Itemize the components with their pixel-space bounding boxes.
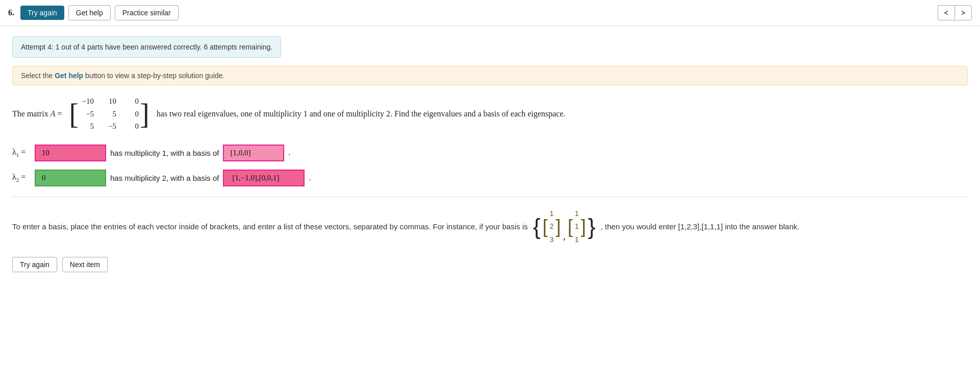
- hint-text1: To enter a basis, place the entries of e…: [12, 222, 528, 230]
- matrix-cell-20: 5: [80, 121, 94, 132]
- prev-arrow-button[interactable]: <: [938, 5, 954, 20]
- problem-prefix: The matrix A =: [12, 108, 62, 120]
- eigenvalue1-dot: .: [288, 148, 290, 157]
- hint-text2: , then you would enter [1,2,3],[1,1,1] i…: [600, 222, 799, 230]
- navigation-arrows: < >: [938, 5, 972, 20]
- eigenvalue1-row: λ1 = 10 has multiplicity 1, with a basis…: [12, 145, 968, 161]
- matrix-cell-02: 0: [124, 96, 139, 107]
- eigenvalue2-input[interactable]: 0: [35, 170, 106, 186]
- eigenvalue1-value: 10: [42, 149, 49, 157]
- help-suffix: button to view a step-by-step solution g…: [83, 72, 224, 80]
- help-banner: Select the Get help button to view a ste…: [12, 66, 968, 85]
- vec1-cell2: 2: [547, 220, 556, 233]
- get-help-button[interactable]: Get help: [68, 5, 111, 20]
- help-prefix: Select the: [21, 72, 55, 80]
- matrix-cell-22: 0: [124, 121, 139, 132]
- eigenvalue2-multiplicity-text: has multiplicity 2, with a basis of: [110, 174, 219, 182]
- eigenvalue1-basis-input[interactable]: [1,0,0]: [223, 145, 284, 161]
- question-number: 6.: [8, 8, 14, 17]
- hint-text-container: To enter a basis, place the entries of e…: [12, 207, 968, 247]
- eigenvalue1-basis-value: [1,0,0]: [230, 149, 250, 157]
- matrix-cell-01: 10: [102, 96, 116, 107]
- eigenvalue2-basis-value: [1,−1,0],[0,0,1]: [232, 174, 279, 182]
- vec1-bracket-right: ]: [556, 218, 561, 236]
- matrix-cell-10: −5: [80, 108, 94, 120]
- eigenvalue2-value: 0: [42, 174, 46, 182]
- bottom-try-again-button[interactable]: Try again: [12, 257, 57, 272]
- eigenvalue2-label: λ2 =: [12, 173, 31, 183]
- practice-similar-button[interactable]: Practice similar: [115, 5, 179, 20]
- matrix-cell-11: 5: [102, 108, 116, 120]
- top-bar: 6. Try again Get help Practice similar <…: [0, 0, 980, 26]
- eigenvalue2-row: λ2 = 0 has multiplicity 2, with a basis …: [12, 170, 968, 186]
- vec1-grid: 1 2 3: [547, 207, 556, 247]
- vec2-cell2: 1: [573, 220, 581, 233]
- problem-suffix: has two real eigenvalues, one of multipl…: [157, 108, 566, 120]
- problem-statement: The matrix A = [ −10 10 0 −5 5 0 5 −5 0 …: [12, 96, 968, 132]
- vector-comma: ,: [563, 227, 566, 247]
- hint-example-vectors-inline: { [ 1 2 3 ] , [ 1 1: [533, 207, 596, 247]
- open-curly: {: [533, 216, 541, 238]
- matrix-cell-00: −10: [80, 96, 94, 107]
- example-vector1: [ 1 2 3 ]: [542, 207, 561, 247]
- vec1-cell3: 3: [547, 233, 556, 247]
- attempt-banner: Attempt 4: 1 out of 4 parts have been an…: [12, 36, 281, 58]
- eigenvalue1-label: λ1 =: [12, 148, 31, 158]
- close-curly: }: [588, 216, 596, 238]
- matrix-grid: −10 10 0 −5 5 0 5 −5 0: [80, 96, 139, 132]
- vec2-bracket-right: ]: [581, 218, 586, 236]
- vec1-cell1: 1: [547, 207, 556, 221]
- attempt-text: Attempt 4: 1 out of 4 parts have been an…: [21, 43, 272, 51]
- bottom-buttons: Try again Next item: [12, 257, 968, 272]
- eigenvalue1-input[interactable]: 10: [35, 145, 106, 161]
- help-link-text: Get help: [55, 72, 83, 80]
- hint-section: To enter a basis, place the entries of e…: [12, 207, 968, 247]
- matrix-cell-21: −5: [102, 121, 116, 132]
- eigenvalue1-multiplicity-text: has multiplicity 1, with a basis of: [110, 149, 219, 157]
- vec1-bracket-left: [: [542, 218, 547, 236]
- section-divider: [12, 197, 968, 197]
- matrix-bracket-right: ]: [140, 100, 149, 128]
- matrix-bracket-left: [: [69, 100, 79, 128]
- eigenvalue2-basis-input[interactable]: [1,−1,0],[0,0,1]: [223, 170, 305, 186]
- vec2-grid: 1 1 1: [573, 207, 581, 247]
- vec2-bracket-left: [: [568, 218, 573, 236]
- vec2-cell1: 1: [573, 207, 581, 221]
- try-again-button[interactable]: Try again: [20, 6, 64, 20]
- example-vector2: [ 1 1 1 ]: [568, 207, 586, 247]
- eigenvalue2-dot: .: [309, 173, 311, 182]
- matrix-cell-12: 0: [124, 108, 139, 120]
- vec2-cell3: 1: [573, 233, 581, 247]
- main-content: Attempt 4: 1 out of 4 parts have been an…: [0, 26, 980, 381]
- next-item-button[interactable]: Next item: [62, 257, 108, 272]
- next-arrow-button[interactable]: >: [954, 5, 972, 20]
- matrix-container: [ −10 10 0 −5 5 0 5 −5 0 ]: [68, 96, 150, 132]
